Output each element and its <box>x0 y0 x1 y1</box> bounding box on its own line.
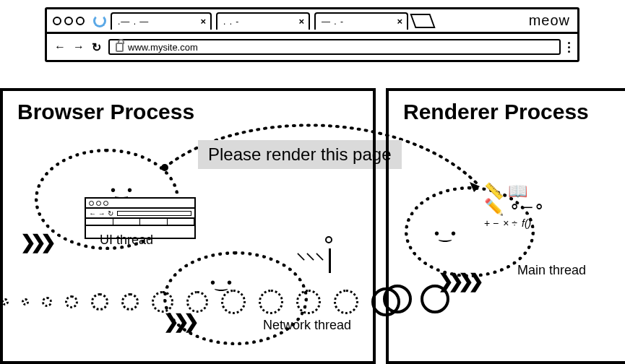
render-tools-icon: 📏📖 ✏️⚬─⚬ + −× ÷f() <box>484 183 546 231</box>
loading-spinner-icon <box>93 14 106 27</box>
ui-thread-label: UI thread <box>100 233 153 248</box>
url-text: www.mysite.com <box>128 42 198 53</box>
face-icon: •‿• <box>111 181 132 199</box>
close-icon[interactable]: × <box>298 16 304 27</box>
lock-icon <box>116 43 124 52</box>
tab-3[interactable]: — . - × <box>314 12 408 30</box>
menu-button[interactable] <box>568 42 570 53</box>
new-tab-button[interactable] <box>410 14 435 28</box>
tab-2[interactable]: . . - × <box>216 12 310 30</box>
window-controls[interactable] <box>47 17 90 25</box>
browser-chrome: .— . — × . . - × — . - × meow ← → ↻ www.… <box>45 7 579 62</box>
forward-button[interactable]: → <box>73 40 85 53</box>
browser-process-pane: Browser Process •‿• ← → ↻ UI thread ❯❯❯ … <box>0 88 376 364</box>
pane-title: Browser Process <box>3 91 373 133</box>
close-icon[interactable]: × <box>200 16 206 27</box>
tab-label: .— . — <box>118 17 149 27</box>
pane-title: Renderer Process <box>389 91 625 133</box>
network-thread-label: Network thread <box>263 318 351 333</box>
renderer-process-pane: Renderer Process •‿• 📏📖 ✏️⚬─⚬ + −× ÷f() … <box>386 88 625 364</box>
tab-label: . . - <box>223 17 239 27</box>
tab-bar: .— . — × . . - × — . - × meow <box>47 9 577 34</box>
back-button[interactable]: ← <box>54 40 66 53</box>
tab-1[interactable]: .— . — × <box>111 12 212 30</box>
close-icon[interactable]: × <box>397 16 402 27</box>
browser-brand: meow <box>529 12 577 29</box>
main-thread-label: Main thread <box>517 263 586 278</box>
data-circle-icon <box>421 285 449 313</box>
reload-button[interactable]: ↻ <box>92 40 101 54</box>
data-packet-trail <box>1 287 400 316</box>
address-bar[interactable]: www.mysite.com <box>108 39 561 55</box>
face-icon: •‿• <box>434 225 456 242</box>
data-circle-icon <box>383 285 412 313</box>
antenna-icon: ⸌⸌⸌ <box>296 248 338 273</box>
chevrons-icon: ❯❯❯ <box>20 231 51 254</box>
address-bar-row: ← → ↻ www.mysite.com <box>47 34 577 60</box>
tab-label: — . - <box>322 17 344 27</box>
